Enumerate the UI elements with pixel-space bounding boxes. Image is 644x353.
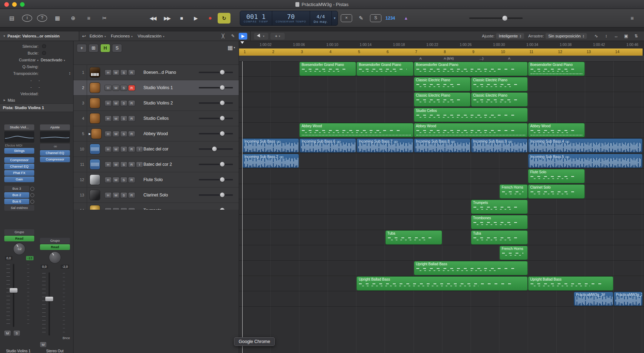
forward-button[interactable]: ▶▶ — [161, 13, 173, 24]
horizontal-zoom-icon[interactable]: ↔ — [612, 33, 620, 40]
record-button[interactable]: R — [128, 70, 135, 75]
audio-fx-slot[interactable]: Compressor — [40, 157, 70, 162]
solo-tracks-button[interactable]: S — [112, 44, 122, 52]
secondary-tool-selector[interactable]: +▾ — [270, 33, 285, 40]
record-button[interactable]: R — [128, 116, 135, 121]
volume-fader[interactable] — [40, 271, 70, 337]
library-icon[interactable]: ▤ — [5, 14, 19, 23]
hide-button[interactable]: H — [105, 193, 111, 198]
audio-region[interactable]: Incoming Sub Bass.4ΩΩ — [528, 138, 643, 153]
vertical-zoom-icon[interactable]: ↕ — [602, 33, 610, 40]
midi-region[interactable]: Abbey Wood — [299, 123, 413, 137]
track-name[interactable]: Boesen...d Piano — [142, 70, 199, 75]
audio-region[interactable]: Incoming Sub BassΩΩ — [242, 138, 299, 153]
metronome-icon[interactable]: ▲ — [399, 14, 413, 23]
track-row[interactable]: 2HMSRStudio Violins 1 — [73, 80, 239, 96]
solo-button[interactable]: S — [121, 193, 127, 198]
crossfade-tool-icon[interactable]: ╳ — [219, 33, 227, 40]
hide-button[interactable]: H — [105, 101, 111, 106]
menu-visualización[interactable]: Visualización — [138, 34, 164, 38]
track-volume-slider[interactable] — [199, 85, 233, 90]
audio-region[interactable]: Incoming Sub Bass.9ΩΩ — [471, 138, 528, 153]
track-volume-slider[interactable] — [199, 162, 233, 167]
track-row[interactable]: 10HMSRIBatec del cor — [73, 142, 239, 157]
more-disclosure[interactable]: Más — [0, 97, 73, 103]
menu-funciones[interactable]: Funciones — [111, 34, 133, 38]
solo-button[interactable]: S — [121, 101, 127, 106]
midi-region[interactable]: Classic Electric Piano — [471, 92, 528, 107]
mute-button[interactable]: M — [4, 331, 11, 336]
audio-fx-slot[interactable]: Gain — [4, 176, 34, 182]
automation-mode-slot[interactable]: Read — [4, 236, 34, 241]
instrument-slot[interactable]: Strings — [4, 148, 34, 154]
lcd-dropdown-icon[interactable]: ▾ — [332, 11, 338, 25]
slider-knob[interactable] — [220, 162, 225, 167]
drag-popup[interactable]: Sin superposición▴▾ — [546, 33, 587, 39]
mute-button[interactable]: M — [40, 342, 46, 347]
audio-region[interactable]: PràcticaMW3g_3# — [574, 292, 613, 306]
arrangement-marker[interactable]: A (6/4) — [444, 56, 454, 60]
midi-region[interactable]: Boesendorfer Grand Piano — [528, 62, 585, 76]
mute-button[interactable]: M — [113, 177, 119, 183]
track-row[interactable]: 12HMSRFlute Solo — [73, 172, 239, 188]
control-bar-icon[interactable]: ▦ — [51, 14, 64, 23]
cycle-button[interactable]: ↻ — [218, 13, 230, 24]
track-name[interactable]: Studio Violins 2 — [142, 101, 199, 106]
slider-knob[interactable] — [220, 101, 225, 105]
back-icon[interactable]: ↩ — [82, 34, 86, 39]
hide-button[interactable]: H — [105, 177, 111, 183]
midi-region[interactable]: Classic Electric Piano — [414, 77, 471, 91]
stop-button[interactable]: ■ — [175, 13, 188, 24]
hide-tracks-button[interactable]: H — [101, 44, 110, 52]
solo-button[interactable]: S — [121, 116, 127, 121]
track-volume-slider[interactable] — [199, 70, 233, 75]
playhead-line[interactable] — [242, 61, 243, 353]
slider-knob[interactable] — [220, 116, 225, 121]
mute-button[interactable]: M — [113, 116, 119, 121]
track-row[interactable]: 4HMSRStudio Cellos — [73, 111, 239, 126]
track-row[interactable]: 1HMSRBoesen...d Piano — [73, 65, 239, 80]
track-name[interactable]: Studio Cellos — [142, 116, 199, 121]
arrangement-marker[interactable]: ...) — [480, 56, 483, 60]
midi-region[interactable]: Upright Ballad Bass — [528, 276, 613, 291]
play-button[interactable]: ▶ — [189, 13, 202, 24]
midi-region[interactable]: Tuba — [471, 230, 528, 245]
midi-region[interactable]: Studio Cellos — [414, 108, 528, 122]
audio-region[interactable]: Incoming Sub Bass.7ΩΩ — [356, 138, 413, 153]
track-list-empty-area[interactable] — [73, 210, 239, 353]
inspector-icon[interactable]: i — [22, 15, 32, 22]
output-slot[interactable]: Sal estéreo — [4, 205, 34, 211]
arrangement-marker[interactable]: A — [420, 56, 422, 60]
waveform-zoom-icon[interactable]: ∿ — [592, 33, 600, 40]
mute-button[interactable]: M — [113, 85, 119, 91]
slider-knob[interactable] — [220, 177, 225, 182]
midi-region[interactable]: Trombones — [471, 215, 528, 229]
slider-knob[interactable] — [220, 131, 225, 136]
duplicate-track-button[interactable]: ⊞ — [89, 44, 98, 52]
track-row[interactable]: 11HMSRIBatec del cor 2 — [73, 157, 239, 172]
group-slot[interactable]: Grupo — [40, 238, 70, 244]
midi-region[interactable]: Boesendorfer Grand Piano — [299, 62, 356, 76]
audio-region[interactable]: Incoming Sub Bass.5ΩΩ — [528, 154, 643, 168]
midi-region[interactable]: Flute Solo — [528, 169, 585, 183]
pan-knob[interactable] — [49, 252, 61, 263]
record-button[interactable]: R — [128, 177, 135, 183]
midi-region[interactable]: Clarinet Solo — [528, 184, 585, 199]
audio-fx-slot[interactable]: Channel EQ — [40, 150, 70, 156]
solo-button[interactable]: S — [121, 162, 127, 167]
param-checkbox[interactable] — [42, 44, 46, 48]
snap-popup[interactable]: Inteligente▴▾ — [496, 33, 524, 39]
track-volume-slider[interactable] — [199, 101, 233, 106]
cycle-bar-ruler[interactable]: 1234567891011121314 — [239, 48, 643, 56]
hide-button[interactable]: H — [105, 85, 111, 91]
pencil-tool-icon[interactable]: ✎ — [229, 33, 237, 40]
record-button[interactable]: R — [128, 147, 135, 152]
volume-fader[interactable] — [4, 262, 34, 328]
solo-mode-icon[interactable]: S — [370, 14, 381, 22]
pan-knob[interactable]: -12 — [14, 243, 25, 255]
record-button[interactable]: R — [128, 85, 135, 91]
master-list-icon[interactable]: ≡ — [625, 14, 639, 23]
setting-slot[interactable]: Ajuste — [40, 124, 70, 130]
inspector-param[interactable]: Q-Swing: — [0, 63, 73, 70]
midi-region[interactable]: French Horns — [500, 184, 528, 199]
